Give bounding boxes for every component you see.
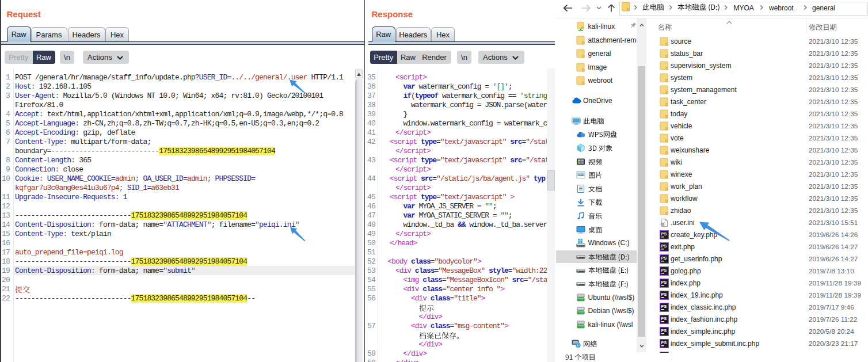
svg-text:PS: PS [661,268,667,273]
svg-text:PS: PS [661,340,667,345]
svg-text:PS: PS [661,243,667,249]
svg-text:PS: PS [661,328,667,333]
svg-text:PS: PS [661,292,667,297]
svg-text:PS: PS [661,231,667,237]
svg-text:PS: PS [661,256,667,261]
svg-text:PS: PS [661,316,667,321]
svg-text:PS: PS [661,280,667,285]
svg-text:PS: PS [661,304,667,309]
